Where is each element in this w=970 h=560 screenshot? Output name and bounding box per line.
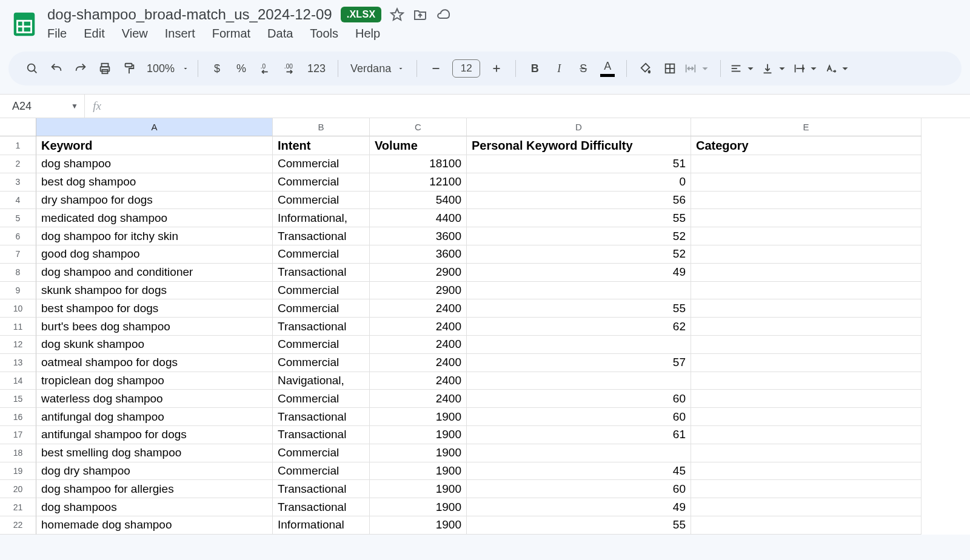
row-header[interactable]: 4 <box>0 192 36 210</box>
cell-volume[interactable]: 5400 <box>370 192 467 210</box>
cell-keyword[interactable]: skunk shampoo for dogs <box>36 282 273 300</box>
cell-keyword[interactable]: good dog shampoo <box>36 245 273 264</box>
sheets-app-icon[interactable] <box>10 10 39 39</box>
row-header[interactable]: 17 <box>0 426 36 444</box>
cell-intent[interactable]: Transactional <box>273 498 370 516</box>
number-format-button[interactable]: 123 <box>304 58 329 79</box>
cell-category[interactable] <box>691 318 921 336</box>
header-keyword[interactable]: Keyword <box>36 136 273 155</box>
cell-keyword[interactable]: dog skunk shampoo <box>36 336 273 354</box>
cell-volume[interactable]: 4400 <box>370 209 467 227</box>
cell-keyword[interactable]: best smelling dog shampoo <box>36 444 273 462</box>
bold-button[interactable]: B <box>524 58 545 79</box>
cell-pkd[interactable] <box>467 336 691 354</box>
decrease-decimal-icon[interactable]: .0 <box>255 58 276 79</box>
cell-category[interactable] <box>691 282 921 300</box>
cell-intent[interactable]: Commercial <box>273 444 370 462</box>
row-header[interactable]: 6 <box>0 227 36 245</box>
menu-data[interactable]: Data <box>267 27 293 41</box>
cell-pkd[interactable]: 49 <box>467 498 691 516</box>
cell-pkd[interactable] <box>467 372 691 390</box>
borders-button[interactable] <box>660 58 680 79</box>
row-header[interactable]: 21 <box>0 498 36 516</box>
cell-intent[interactable]: Commercial <box>273 282 370 300</box>
cell-category[interactable] <box>691 209 921 227</box>
cell-intent[interactable]: Transactional <box>273 408 370 426</box>
cell-pkd[interactable]: 45 <box>467 462 691 481</box>
cell-keyword[interactable]: burt's bees dog shampoo <box>36 318 273 336</box>
cell-intent[interactable]: Commercial <box>273 192 370 210</box>
cell-keyword[interactable]: tropiclean dog shampoo <box>36 372 273 390</box>
cell-keyword[interactable]: homemade dog shampoo <box>36 516 273 535</box>
cell-intent[interactable]: Commercial <box>273 245 370 264</box>
cell-category[interactable] <box>691 426 921 444</box>
search-icon[interactable] <box>22 58 42 79</box>
cell-category[interactable] <box>691 516 921 535</box>
cell-keyword[interactable]: dog shampoo <box>36 155 273 173</box>
cell-pkd[interactable]: 60 <box>467 408 691 426</box>
cell-pkd[interactable]: 55 <box>467 516 691 535</box>
cell-category[interactable] <box>691 444 921 462</box>
cell-category[interactable] <box>691 390 921 408</box>
cell-volume[interactable]: 1900 <box>370 462 467 481</box>
horizontal-align-button[interactable] <box>729 58 757 79</box>
menu-file[interactable]: File <box>47 27 67 41</box>
cell-category[interactable] <box>691 299 921 318</box>
row-header[interactable]: 16 <box>0 408 36 426</box>
cell-category[interactable] <box>691 155 921 173</box>
cell-intent[interactable]: Transactional <box>273 227 370 245</box>
cell-intent[interactable]: Transactional <box>273 264 370 282</box>
cell-intent[interactable]: Transactional <box>273 426 370 444</box>
cell-pkd[interactable] <box>467 444 691 462</box>
row-header[interactable]: 18 <box>0 444 36 462</box>
cell-pkd[interactable]: 61 <box>467 426 691 444</box>
cell-category[interactable] <box>691 408 921 426</box>
cell-keyword[interactable]: waterless dog shampoo <box>36 390 273 408</box>
cell-volume[interactable]: 2400 <box>370 354 467 372</box>
font-size-input[interactable]: 12 <box>452 59 480 78</box>
cell-intent[interactable]: Informational, <box>273 209 370 227</box>
cloud-status-icon[interactable] <box>436 7 450 22</box>
cell-pkd[interactable]: 52 <box>467 227 691 245</box>
cell-pkd[interactable]: 55 <box>467 299 691 318</box>
cell-volume[interactable]: 1900 <box>370 480 467 498</box>
cell-volume[interactable]: 12100 <box>370 173 467 192</box>
row-header[interactable]: 19 <box>0 462 36 481</box>
cell-intent[interactable]: Transactional <box>273 318 370 336</box>
cell-category[interactable] <box>691 498 921 516</box>
cell-intent[interactable]: Commercial <box>273 390 370 408</box>
cell-keyword[interactable]: dog shampoos <box>36 498 273 516</box>
increase-font-size-button[interactable] <box>486 58 507 79</box>
cell-pkd[interactable]: 60 <box>467 480 691 498</box>
font-family-dropdown[interactable]: Verdana <box>347 62 408 75</box>
star-icon[interactable] <box>390 7 404 22</box>
percent-format-button[interactable]: % <box>231 58 252 79</box>
cell-intent[interactable]: Commercial <box>273 354 370 372</box>
cell-pkd[interactable]: 0 <box>467 173 691 192</box>
decrease-font-size-button[interactable] <box>426 58 446 79</box>
strikethrough-button[interactable]: S <box>573 58 594 79</box>
cell-pkd[interactable]: 55 <box>467 209 691 227</box>
cell-pkd[interactable]: 51 <box>467 155 691 173</box>
row-header[interactable]: 20 <box>0 480 36 498</box>
cell-keyword[interactable]: dog dry shampoo <box>36 462 273 481</box>
cell-intent[interactable]: Commercial <box>273 299 370 318</box>
menu-help[interactable]: Help <box>355 27 380 41</box>
cell-volume[interactable]: 2400 <box>370 336 467 354</box>
menu-format[interactable]: Format <box>212 27 250 41</box>
cell-category[interactable] <box>691 264 921 282</box>
zoom-dropdown[interactable]: 100% <box>143 62 189 75</box>
cell-pkd[interactable]: 52 <box>467 245 691 264</box>
row-header[interactable]: 10 <box>0 299 36 318</box>
cell-keyword[interactable]: oatmeal shampoo for dogs <box>36 354 273 372</box>
cell-pkd[interactable]: 56 <box>467 192 691 210</box>
move-to-folder-icon[interactable] <box>413 7 427 22</box>
row-header[interactable]: 9 <box>0 282 36 300</box>
cell-volume[interactable]: 3600 <box>370 245 467 264</box>
cell-keyword[interactable]: dog shampoo and conditioner <box>36 264 273 282</box>
column-header-A[interactable]: A <box>36 118 273 136</box>
cell-intent[interactable]: Commercial <box>273 336 370 354</box>
column-header-D[interactable]: D <box>467 118 691 136</box>
print-icon[interactable] <box>95 58 115 79</box>
menu-edit[interactable]: Edit <box>84 27 104 41</box>
